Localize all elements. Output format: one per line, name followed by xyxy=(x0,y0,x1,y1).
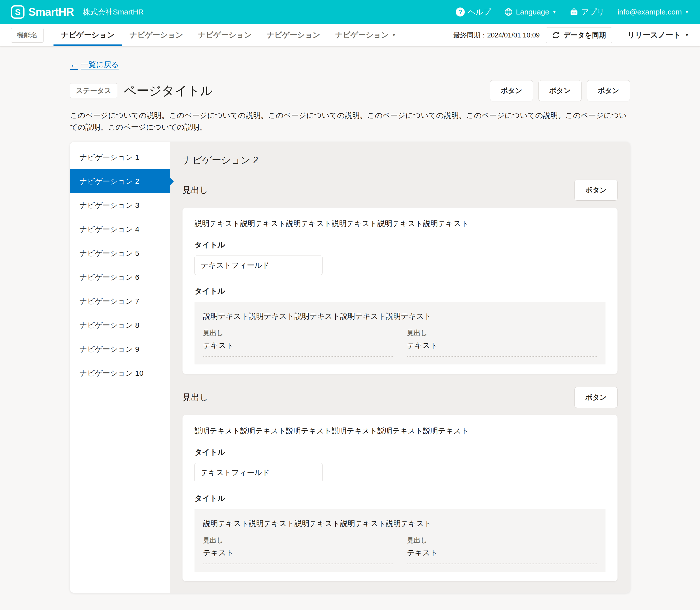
chevron-down-icon: ▼ xyxy=(552,10,557,14)
group-description: 説明テキスト説明テキスト説明テキスト説明テキスト説明テキスト xyxy=(203,518,597,529)
chevron-down-icon: ▼ xyxy=(392,33,396,37)
page-action-buttons: ボタン ボタン ボタン xyxy=(490,80,630,101)
nav-tabs: ナビゲーション ナビゲーション ナビゲーション ナビゲーション ナビゲーション … xyxy=(53,24,404,46)
page-title: ページタイトル xyxy=(124,82,213,99)
last-sync-timestamp: 最終同期：2024/01/01 10:09 xyxy=(453,31,540,40)
smarthr-logo-text: SmartHR xyxy=(29,6,74,18)
form-card: 説明テキスト説明テキスト説明テキスト説明テキスト説明テキスト説明テキスト タイト… xyxy=(183,208,618,374)
help-icon: ? xyxy=(456,7,465,16)
help-menu[interactable]: ? ヘルプ xyxy=(456,7,491,17)
panel-heading: ナビゲーション 2 xyxy=(183,154,618,166)
account-email: info@example.com xyxy=(618,8,682,16)
sync-data-label: データを同期 xyxy=(563,31,606,40)
definition-text: テキスト xyxy=(203,548,393,558)
tab-label: ナビゲーション xyxy=(61,30,114,40)
sidebar-item-active[interactable]: ナビゲーション 2 xyxy=(70,170,170,193)
divider xyxy=(620,27,620,43)
page-action-button-3[interactable]: ボタン xyxy=(587,80,630,101)
group-label: タイトル xyxy=(195,493,606,503)
detail-group-box: 説明テキスト説明テキスト説明テキスト説明テキスト説明テキスト 見出し テキスト … xyxy=(195,509,606,572)
field-label: タイトル xyxy=(195,447,606,458)
definition-heading: 見出し xyxy=(407,536,597,545)
section-heading: 見出し xyxy=(183,184,208,196)
tab-navigation-3[interactable]: ナビゲーション xyxy=(190,24,259,46)
sidebar-item[interactable]: ナビゲーション 8 xyxy=(70,313,170,337)
sidebar-item[interactable]: ナビゲーション 3 xyxy=(70,193,170,217)
definition-text: テキスト xyxy=(407,548,597,558)
title-text-field[interactable] xyxy=(195,256,323,275)
definition-item: 見出し テキスト xyxy=(203,536,393,564)
content-section-2: 見出し ボタン 説明テキスト説明テキスト説明テキスト説明テキスト説明テキスト説明… xyxy=(183,387,618,581)
title-text-field[interactable] xyxy=(195,463,323,482)
sidebar-item[interactable]: ナビゲーション 1 xyxy=(70,145,170,170)
chevron-down-icon: ▼ xyxy=(685,10,689,14)
account-menu[interactable]: info@example.com ▼ xyxy=(618,8,689,16)
language-menu[interactable]: Language ▼ xyxy=(504,7,557,16)
status-badge: ステータス xyxy=(70,83,117,98)
tab-label: ナビゲーション xyxy=(335,30,389,40)
feature-name-badge: 機能名 xyxy=(11,28,44,43)
language-label: Language xyxy=(516,8,549,16)
section-button[interactable]: ボタン xyxy=(575,180,618,200)
globe-icon xyxy=(504,7,513,16)
tab-navigation-2[interactable]: ナビゲーション xyxy=(122,24,190,46)
help-label: ヘルプ xyxy=(468,7,491,17)
left-arrow-icon: ← xyxy=(70,60,78,69)
smarthr-logo-icon: S xyxy=(11,5,25,19)
definition-text: テキスト xyxy=(407,340,597,351)
definition-heading: 見出し xyxy=(203,536,393,545)
page-action-button-2[interactable]: ボタン xyxy=(539,80,581,101)
header-actions: ? ヘルプ Language ▼ アプリ info@example.com xyxy=(456,7,689,17)
chevron-down-icon: ▼ xyxy=(685,33,689,37)
briefcase-icon xyxy=(570,7,578,16)
card-description: 説明テキスト説明テキスト説明テキスト説明テキスト説明テキスト説明テキスト xyxy=(195,426,606,436)
side-nav: ナビゲーション 1 ナビゲーション 2 ナビゲーション 3 ナビゲーション 4 … xyxy=(70,142,170,593)
form-card: 説明テキスト説明テキスト説明テキスト説明テキスト説明テキスト説明テキスト タイト… xyxy=(183,415,618,581)
back-link-label: 一覧に戻る xyxy=(81,60,119,70)
sidebar-item[interactable]: ナビゲーション 6 xyxy=(70,265,170,289)
definition-item: 見出し テキスト xyxy=(407,328,597,357)
definition-heading: 見出し xyxy=(203,328,393,337)
content-section-1: 見出し ボタン 説明テキスト説明テキスト説明テキスト説明テキスト説明テキスト説明… xyxy=(183,180,618,374)
release-notes-label: リリースノート xyxy=(627,30,681,40)
definition-heading: 見出し xyxy=(407,328,597,337)
tab-label: ナビゲーション xyxy=(267,30,320,40)
apps-label: アプリ xyxy=(581,7,605,17)
definition-item: 見出し テキスト xyxy=(407,536,597,564)
app-nav: 機能名 ナビゲーション ナビゲーション ナビゲーション ナビゲーション ナビゲー… xyxy=(0,24,700,46)
sidebar-item[interactable]: ナビゲーション 5 xyxy=(70,241,170,265)
release-notes-menu[interactable]: リリースノート ▼ xyxy=(627,30,689,40)
definition-text: テキスト xyxy=(203,340,393,351)
card-description: 説明テキスト説明テキスト説明テキスト説明テキスト説明テキスト説明テキスト xyxy=(195,219,606,229)
smarthr-logo[interactable]: S SmartHR xyxy=(11,5,74,19)
sidebar-item[interactable]: ナビゲーション 4 xyxy=(70,217,170,241)
content-panel: ナビゲーション 2 見出し ボタン 説明テキスト説明テキスト説明テキスト説明テキ… xyxy=(170,142,630,593)
detail-group-box: 説明テキスト説明テキスト説明テキスト説明テキスト説明テキスト 見出し テキスト … xyxy=(195,302,606,365)
tab-navigation-1[interactable]: ナビゲーション xyxy=(53,24,122,46)
company-name: 株式会社SmartHR xyxy=(83,7,143,17)
field-label: タイトル xyxy=(195,240,606,250)
definition-columns: 見出し テキスト 見出し テキスト xyxy=(203,536,597,564)
tab-label: ナビゲーション xyxy=(198,30,251,40)
group-description: 説明テキスト説明テキスト説明テキスト説明テキスト説明テキスト xyxy=(203,311,597,321)
tab-navigation-4[interactable]: ナビゲーション xyxy=(259,24,328,46)
back-to-list-link[interactable]: ← 一覧に戻る xyxy=(70,60,119,70)
sidebar-item[interactable]: ナビゲーション 7 xyxy=(70,289,170,313)
tab-navigation-5-dropdown[interactable]: ナビゲーション ▼ xyxy=(328,24,404,46)
page-header: ステータス ページタイトル ボタン ボタン ボタン xyxy=(70,80,630,101)
apps-menu[interactable]: アプリ xyxy=(570,7,605,17)
section-header: 見出し ボタン xyxy=(183,387,618,408)
sidebar-item[interactable]: ナビゲーション 10 xyxy=(70,361,170,385)
section-button[interactable]: ボタン xyxy=(575,387,618,408)
nav-right-cluster: 最終同期：2024/01/01 10:09 データを同期 リリースノート ▼ xyxy=(453,27,689,43)
sync-data-button[interactable]: データを同期 xyxy=(546,27,612,43)
tab-label: ナビゲーション xyxy=(129,30,183,40)
page-body: ← 一覧に戻る ステータス ページタイトル ボタン ボタン ボタン このページに… xyxy=(70,46,630,593)
section-header: 見出し ボタン xyxy=(183,180,618,200)
section-heading: 見出し xyxy=(183,392,208,403)
sidebar-item[interactable]: ナビゲーション 9 xyxy=(70,337,170,361)
definition-columns: 見出し テキスト 見出し テキスト xyxy=(203,328,597,357)
page-action-button-1[interactable]: ボタン xyxy=(490,80,533,101)
page-description: このページについての説明。このページについての説明。このページについての説明。こ… xyxy=(70,110,630,133)
refresh-icon xyxy=(552,31,560,39)
